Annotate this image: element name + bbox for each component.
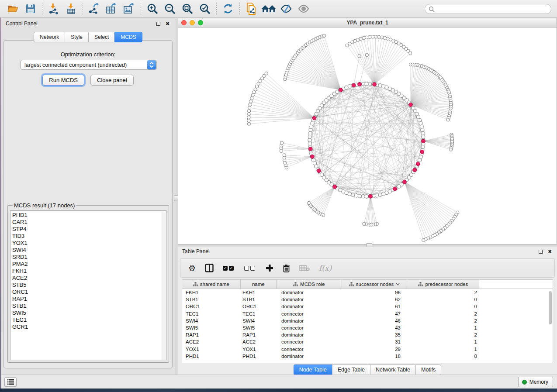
refresh-layout-button[interactable] (219, 1, 237, 16)
graph-node[interactable] (383, 36, 386, 39)
import-table-button[interactable] (62, 1, 80, 16)
graph-node[interactable] (247, 116, 250, 119)
table-scrollbar[interactable] (548, 290, 552, 360)
clone-network-button[interactable] (242, 1, 260, 16)
export-network-button[interactable] (86, 1, 103, 16)
mcds-result-item[interactable]: TEC1 (12, 316, 166, 323)
graph-node[interactable] (365, 82, 368, 86)
graph-node[interactable] (308, 135, 311, 138)
graph-node[interactable] (250, 97, 253, 100)
network-window-titlebar[interactable]: YPA_prune.txt_1 (178, 18, 557, 28)
mcds-hub-node[interactable] (352, 83, 356, 87)
tab-style[interactable]: Style (65, 32, 88, 42)
graph-node[interactable] (365, 195, 368, 198)
mcds-hub-node[interactable] (308, 147, 312, 151)
graph-node[interactable] (248, 109, 251, 112)
graph-node[interactable] (422, 135, 425, 138)
column-header-shared-name[interactable]: shared name (182, 280, 241, 289)
graph-node[interactable] (378, 193, 382, 196)
tab-select[interactable]: Select (88, 32, 114, 42)
table-row[interactable]: ORC1ORC1dominator610 (182, 303, 553, 310)
zoom-in-button[interactable] (144, 1, 161, 16)
table-row[interactable]: STB1STB1dominator620 (182, 296, 553, 303)
mcds-hub-node[interactable] (420, 150, 424, 154)
graph-node[interactable] (420, 125, 423, 128)
zoom-selected-button[interactable] (196, 1, 214, 16)
graph-node[interactable] (307, 201, 310, 204)
graph-node[interactable] (419, 122, 422, 125)
graph-node[interactable] (361, 82, 365, 86)
mcds-result-item[interactable]: SWI5 (12, 309, 166, 316)
network-graph-canvas[interactable] (178, 28, 557, 244)
tab-motifs[interactable]: Motifs (415, 364, 441, 375)
mcds-hub-node[interactable] (310, 155, 314, 158)
graph-node[interactable] (368, 82, 372, 86)
tab-network[interactable]: Network (34, 32, 65, 42)
graph-node[interactable] (359, 37, 362, 40)
add-column-button[interactable] (266, 264, 273, 272)
table-row[interactable]: FKH1FKH1dominator962 (182, 289, 553, 296)
mcds-result-item[interactable]: GCR1 (12, 323, 166, 330)
graph-node[interactable] (247, 113, 250, 116)
mcds-hub-node[interactable] (413, 168, 417, 172)
import-network-button[interactable] (45, 1, 62, 16)
table-settings-button[interactable]: ⚙ (188, 264, 196, 272)
export-image-button[interactable] (121, 1, 138, 16)
close-panel-button[interactable]: ✖ (165, 21, 170, 27)
mcds-result-item[interactable]: ACE2 (12, 275, 166, 282)
graph-node[interactable] (368, 35, 371, 38)
mcds-result-item[interactable]: RAP1 (12, 296, 166, 303)
graph-node[interactable] (365, 36, 368, 39)
mcds-result-item[interactable]: STB1 (12, 303, 166, 309)
mcds-hub-node[interactable] (312, 116, 316, 120)
export-table-button[interactable] (103, 1, 121, 16)
mcds-result-item[interactable]: PHD1 (12, 212, 166, 219)
zoom-fit-button[interactable] (179, 1, 196, 16)
delete-column-button[interactable] (283, 264, 290, 272)
unselect-all-columns-button[interactable] (244, 266, 256, 271)
result-list-scrollbar[interactable] (162, 211, 166, 360)
graph-node[interactable] (446, 118, 450, 121)
column-header-name[interactable]: name (241, 280, 277, 289)
table-row[interactable]: SWI4SWI4dominator462 (182, 317, 553, 324)
graph-node[interactable] (422, 238, 425, 241)
graph-node[interactable] (358, 55, 361, 58)
save-session-button[interactable] (22, 1, 39, 16)
graph-node[interactable] (365, 53, 368, 56)
graph-node[interactable] (377, 35, 380, 38)
memory-button[interactable]: Memory (518, 377, 553, 387)
mcds-result-item[interactable]: TID3 (12, 233, 166, 240)
graph-node[interactable] (371, 35, 374, 38)
mcds-hub-node[interactable] (339, 88, 343, 92)
mcds-hub-node[interactable] (422, 139, 426, 143)
tab-mcds[interactable]: MCDS (114, 32, 142, 42)
graph-node[interactable] (363, 222, 366, 225)
graph-node[interactable] (449, 148, 452, 151)
graph-node[interactable] (310, 125, 313, 128)
scrollbar-thumb[interactable] (549, 291, 552, 324)
graph-node[interactable] (375, 194, 378, 197)
search-input[interactable] (435, 6, 551, 12)
graph-node[interactable] (251, 94, 254, 97)
optimization-criterion-dropdown[interactable]: largest connected component (undirected) (21, 60, 157, 70)
vertical-splitter[interactable] (175, 18, 178, 375)
graph-node[interactable] (380, 36, 383, 39)
mcds-hub-node[interactable] (358, 83, 362, 86)
mcds-hub-node[interactable] (333, 185, 337, 189)
mcds-hub-node[interactable] (409, 103, 413, 107)
column-header-MCDS-role[interactable]: MCDS role (277, 280, 342, 289)
graph-node[interactable] (308, 131, 312, 135)
mcds-result-list[interactable]: PHD1CAR1STP4TID3YOX1SWI4SRD1PMA2FKH1ACE2… (10, 210, 166, 360)
zoom-out-button[interactable] (161, 1, 179, 16)
tab-edge-table[interactable]: Edge Table (332, 364, 370, 375)
graph-node[interactable] (358, 194, 361, 198)
graph-node[interactable] (421, 128, 424, 132)
mcds-result-item[interactable]: CAR1 (12, 219, 166, 226)
mcds-result-item[interactable]: STP4 (12, 226, 166, 233)
mcds-result-item[interactable]: FKH1 (12, 268, 166, 275)
graph-node[interactable] (308, 142, 311, 145)
mcds-result-item[interactable]: ORC1 (12, 289, 166, 296)
hide-panels-button[interactable] (277, 1, 295, 16)
tab-node-table[interactable]: Node Table (294, 364, 332, 375)
open-file-button[interactable] (4, 1, 22, 16)
